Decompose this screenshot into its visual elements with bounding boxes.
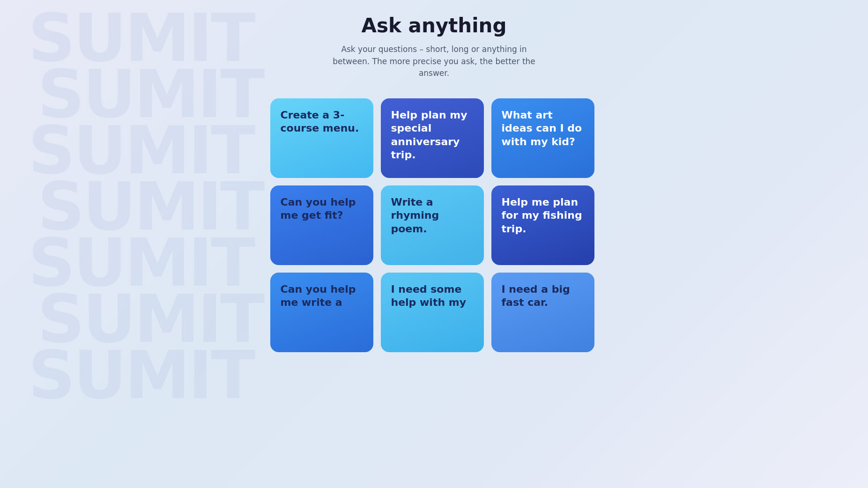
prompt-card-4[interactable]: Can you help me get fit? bbox=[270, 185, 373, 265]
prompt-card-2[interactable]: Help plan my special anniversary trip. bbox=[381, 98, 484, 178]
prompt-card-2-text: Help plan my special anniversary trip. bbox=[391, 109, 474, 162]
page-subtitle: Ask your questions – short, long or anyt… bbox=[326, 44, 542, 80]
content-wrapper: Ask anything Ask your questions – short,… bbox=[0, 14, 868, 352]
prompt-card-9-text: I need a big fast car. bbox=[502, 283, 584, 310]
prompt-card-9[interactable]: I need a big fast car. bbox=[491, 273, 594, 352]
prompt-card-5-text: Write a rhyming poem. bbox=[391, 196, 474, 236]
prompt-card-1-text: Create a 3-course menu. bbox=[281, 109, 363, 135]
page-header: Ask anything Ask your questions – short,… bbox=[326, 14, 542, 80]
prompt-card-8[interactable]: I need some help with my bbox=[381, 273, 484, 352]
prompt-card-5[interactable]: Write a rhyming poem. bbox=[381, 185, 484, 265]
prompt-card-6[interactable]: Help me plan for my fishing trip. bbox=[491, 185, 594, 265]
prompt-card-8-text: I need some help with my bbox=[391, 283, 474, 310]
cards-grid: Create a 3-course menu. Help plan my spe… bbox=[270, 98, 598, 352]
prompt-card-4-text: Can you help me get fit? bbox=[281, 196, 363, 222]
prompt-card-7[interactable]: Can you help me write a bbox=[270, 273, 373, 352]
prompt-card-7-text: Can you help me write a bbox=[281, 283, 363, 310]
prompt-card-6-text: Help me plan for my fishing trip. bbox=[502, 196, 584, 236]
prompt-card-3-text: What art ideas can I do with my kid? bbox=[502, 109, 584, 149]
prompt-card-3[interactable]: What art ideas can I do with my kid? bbox=[491, 98, 594, 178]
prompt-card-1[interactable]: Create a 3-course menu. bbox=[270, 98, 373, 178]
page-title: Ask anything bbox=[326, 14, 542, 37]
